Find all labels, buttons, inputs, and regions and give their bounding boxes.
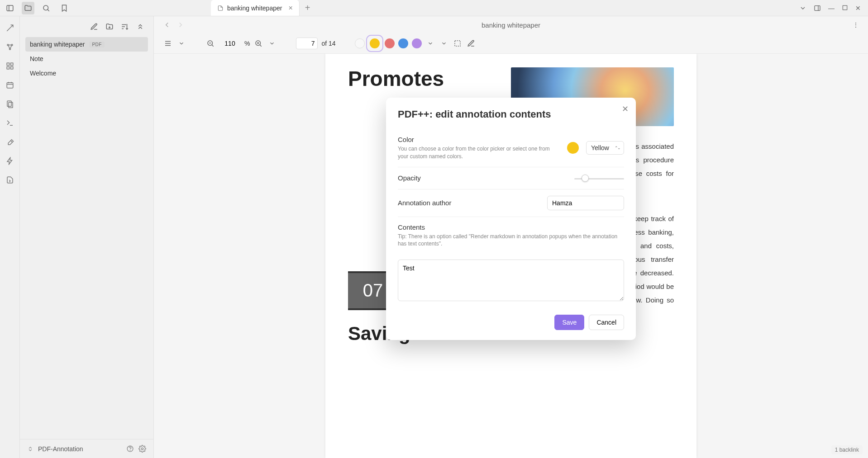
close-tab-icon[interactable]: × — [288, 4, 292, 12]
pdf-badge: PDF — [89, 42, 105, 47]
svg-rect-6 — [843, 5, 847, 9]
svg-rect-13 — [10, 67, 13, 69]
file-label: Note — [30, 55, 43, 62]
svg-point-25 — [141, 448, 143, 449]
expand-icon[interactable] — [27, 446, 33, 452]
author-label: Annotation author — [398, 199, 540, 207]
file-item-banking-whitepaper[interactable]: banking whitepaper PDF — [25, 37, 148, 52]
document-icon — [217, 5, 224, 11]
daily-note-icon[interactable] — [5, 80, 15, 90]
color-preview-swatch[interactable] — [567, 142, 579, 154]
color-select[interactable]: Yellow — [586, 141, 624, 155]
svg-point-24 — [130, 450, 130, 451]
sort-icon[interactable] — [121, 23, 129, 31]
new-note-icon[interactable] — [90, 23, 98, 31]
app-bar: banking whitepaper × + — ✕ — [0, 0, 868, 16]
right-panel-toggle-icon[interactable] — [814, 5, 821, 12]
svg-point-9 — [9, 48, 10, 50]
canvas-icon[interactable] — [5, 61, 15, 71]
svg-rect-11 — [10, 63, 13, 65]
opacity-slider[interactable] — [574, 174, 624, 183]
color-hint: You can choose a color from the color pi… — [398, 145, 560, 161]
svg-line-3 — [48, 9, 49, 11]
contents-textarea[interactable] — [398, 260, 624, 301]
opacity-label: Opacity — [398, 174, 567, 182]
contents-label: Contents — [398, 223, 624, 231]
lightning-icon[interactable] — [5, 156, 15, 166]
left-panel-toggle-icon[interactable] — [4, 2, 16, 14]
collapse-icon[interactable] — [136, 23, 144, 31]
save-button[interactable]: Save — [554, 315, 584, 330]
left-rail — [0, 16, 20, 458]
svg-rect-14 — [7, 83, 13, 88]
help-icon[interactable] — [126, 445, 134, 453]
content-area: banking whitepaper ⋮ % of 14 — [154, 16, 868, 458]
maximize-icon[interactable] — [842, 5, 848, 12]
export-icon[interactable] — [5, 175, 15, 185]
close-modal-icon[interactable]: ✕ — [622, 104, 629, 114]
settings-icon[interactable] — [138, 445, 146, 453]
close-window-icon[interactable]: ✕ — [855, 5, 861, 12]
vault-name: PDF-Annotation — [38, 445, 83, 453]
author-input[interactable] — [547, 196, 624, 210]
svg-rect-12 — [7, 67, 9, 69]
graph-icon[interactable] — [5, 42, 15, 52]
files-icon[interactable] — [22, 2, 34, 14]
svg-point-2 — [43, 5, 48, 10]
templates-icon[interactable] — [5, 99, 15, 109]
svg-rect-19 — [9, 102, 13, 108]
tab-label: banking whitepaper — [227, 5, 282, 12]
quick-switcher-icon[interactable] — [5, 23, 15, 33]
modal-backdrop: ✕ PDF++: edit annotation contents Color … — [154, 16, 868, 458]
search-icon[interactable] — [40, 2, 52, 14]
file-item-note[interactable]: Note — [25, 52, 148, 66]
svg-rect-0 — [7, 5, 13, 11]
contents-hint: Tip: There is an option called "Render m… — [398, 233, 624, 248]
highlighter-icon[interactable] — [5, 137, 15, 147]
svg-rect-10 — [7, 63, 9, 65]
tab-banking-whitepaper[interactable]: banking whitepaper × — [211, 0, 300, 16]
file-sidebar: banking whitepaper PDF Note Welcome PDF-… — [20, 16, 154, 458]
command-icon[interactable] — [5, 118, 15, 128]
file-label: banking whitepaper — [30, 41, 85, 48]
bookmark-icon[interactable] — [58, 2, 71, 14]
file-label: Welcome — [30, 70, 56, 77]
modal-title: PDF++: edit annotation contents — [398, 109, 624, 120]
color-label: Color — [398, 136, 560, 143]
edit-annotation-modal: ✕ PDF++: edit annotation contents Color … — [386, 98, 636, 340]
minimize-icon[interactable]: — — [828, 5, 835, 12]
cancel-button[interactable]: Cancel — [589, 315, 624, 330]
svg-rect-18 — [7, 101, 11, 106]
new-folder-icon[interactable] — [105, 23, 114, 31]
chevron-down-icon[interactable] — [799, 5, 806, 12]
file-item-welcome[interactable]: Welcome — [25, 66, 148, 80]
svg-rect-4 — [815, 5, 820, 10]
new-tab-button[interactable]: + — [300, 3, 316, 13]
